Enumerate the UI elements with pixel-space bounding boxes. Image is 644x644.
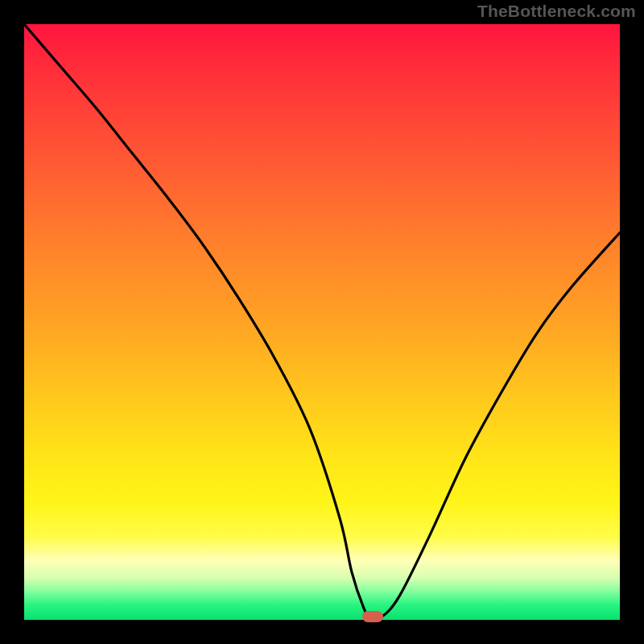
chart-plot-area: [24, 24, 620, 620]
watermark-text: TheBottleneck.com: [477, 2, 636, 21]
chart-frame: TheBottleneck.com: [0, 0, 644, 644]
curve-svg: [24, 24, 620, 620]
minimum-marker: [362, 611, 383, 622]
bottleneck-curve-path: [24, 24, 620, 619]
